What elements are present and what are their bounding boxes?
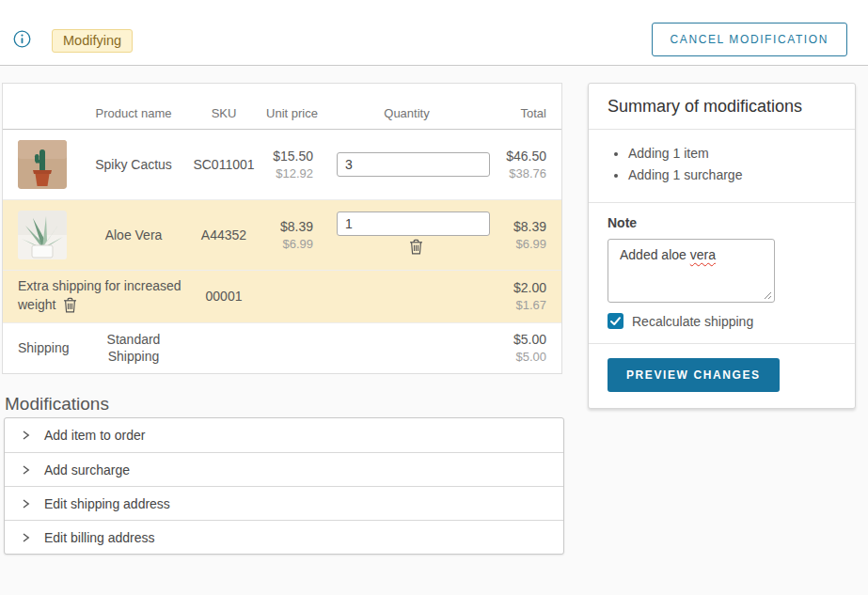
- checkbox-checked-icon[interactable]: [608, 313, 623, 329]
- unit-price-previous: $12.92: [266, 166, 313, 180]
- chevron-right-icon: [21, 532, 31, 543]
- status-badge: Modifying: [52, 29, 133, 53]
- shipping-row: Shipping Standard Shipping $5.00 $5.00: [3, 322, 561, 373]
- accordion-label: Add surcharge: [44, 462, 130, 478]
- summary-bullet-list: Adding 1 item Adding 1 surcharge: [589, 130, 855, 203]
- column-unit-price: Unit price: [266, 84, 318, 129]
- recalculate-shipping-label: Recalculate shipping: [632, 314, 753, 329]
- chevron-right-icon: [21, 498, 31, 509]
- trash-icon: [63, 297, 77, 313]
- recalculate-shipping-checkbox[interactable]: Recalculate shipping: [608, 313, 836, 329]
- accordion-label: Edit shipping address: [44, 496, 170, 511]
- total-current: $2.00: [496, 280, 546, 295]
- accordion-add-item-to-order[interactable]: Add item to order: [5, 418, 563, 452]
- total-previous: $1.67: [496, 298, 546, 312]
- shipping-method: Standard Shipping: [100, 331, 167, 365]
- table-row: Aloe Vera A44352 $8.39 $6.99: [3, 199, 561, 270]
- quantity-input[interactable]: [337, 152, 490, 177]
- accordion-edit-billing-address[interactable]: Edit billing address: [5, 520, 563, 554]
- summary-bullet: Adding 1 item: [628, 146, 836, 161]
- product-sku: SC011001: [181, 129, 266, 199]
- note-text: Added aloe: [620, 247, 687, 262]
- unit-price: $8.39 $6.99: [266, 199, 318, 270]
- chevron-right-icon: [21, 464, 31, 476]
- info-circle-icon[interactable]: [13, 30, 31, 52]
- remove-surcharge-button[interactable]: [61, 295, 79, 315]
- modifications-accordion: Add item to order Add surcharge Edit shi…: [4, 417, 564, 555]
- unit-price-previous: $6.99: [266, 237, 313, 251]
- column-quantity: Quantity: [318, 84, 496, 129]
- table-row: Spiky Cactus SC011001 $15.50 $12.92 $46.…: [3, 129, 561, 199]
- column-image: [3, 84, 86, 129]
- order-items-table: Product name SKU Unit price Quantity Tot…: [2, 83, 562, 374]
- surcharge-sku: 00001: [181, 270, 266, 322]
- remove-item-button[interactable]: [407, 237, 425, 257]
- product-name: Aloe Vera: [86, 199, 181, 270]
- row-total: $5.00 $5.00: [496, 322, 561, 373]
- total-current: $8.39: [496, 219, 546, 234]
- accordion-edit-shipping-address[interactable]: Edit shipping address: [5, 486, 563, 520]
- total-current: $5.00: [496, 332, 546, 347]
- row-total: $46.50 $38.76: [496, 129, 561, 199]
- accordion-label: Edit billing address: [44, 530, 155, 545]
- shipping-label: Shipping: [3, 322, 86, 373]
- total-previous: $5.00: [496, 350, 546, 364]
- summary-of-modifications-panel: Summary of modifications Adding 1 item A…: [588, 83, 856, 409]
- trash-icon: [409, 239, 423, 255]
- row-total: $2.00 $1.67: [496, 270, 561, 322]
- surcharge-row: Extra shipping for increased weight 0000…: [3, 270, 561, 322]
- aloe-vera-photo: [18, 211, 67, 259]
- note-textarea[interactable]: Added aloe vera: [608, 239, 775, 303]
- total-previous: $38.76: [496, 166, 546, 180]
- resize-handle-icon[interactable]: [763, 290, 772, 300]
- accordion-label: Add item to order: [44, 428, 145, 443]
- top-bar: Modifying CANCEL MODIFICATION: [0, 0, 868, 66]
- summary-bullet: Adding 1 surcharge: [628, 167, 836, 182]
- column-product-name: Product name: [86, 84, 181, 129]
- modifications-title: Modifications: [5, 394, 109, 415]
- product-name: Spiky Cactus: [86, 129, 181, 199]
- surcharge-label: Extra shipping for increased weight: [18, 278, 181, 312]
- note-label: Note: [608, 215, 836, 230]
- preview-changes-button[interactable]: PREVIEW CHANGES: [608, 358, 780, 392]
- total-previous: $6.99: [496, 237, 546, 251]
- spiky-cactus-photo: [18, 140, 67, 189]
- chevron-right-icon: [21, 430, 31, 441]
- unit-price-current: $15.50: [266, 149, 313, 164]
- row-total: $8.39 $6.99: [496, 199, 561, 270]
- unit-price: $15.50 $12.92: [266, 129, 318, 199]
- product-sku: A44352: [181, 199, 266, 270]
- quantity-input[interactable]: [337, 211, 490, 236]
- total-current: $46.50: [496, 149, 546, 164]
- table-header: Product name SKU Unit price Quantity Tot…: [3, 84, 561, 129]
- cancel-modification-button[interactable]: CANCEL MODIFICATION: [652, 23, 847, 56]
- summary-title: Summary of modifications: [589, 84, 855, 130]
- accordion-add-surcharge[interactable]: Add surcharge: [5, 452, 563, 486]
- column-sku: SKU: [181, 84, 266, 129]
- column-total: Total: [496, 84, 561, 129]
- note-text-misspelled: vera: [690, 247, 716, 262]
- unit-price-current: $8.39: [266, 219, 313, 234]
